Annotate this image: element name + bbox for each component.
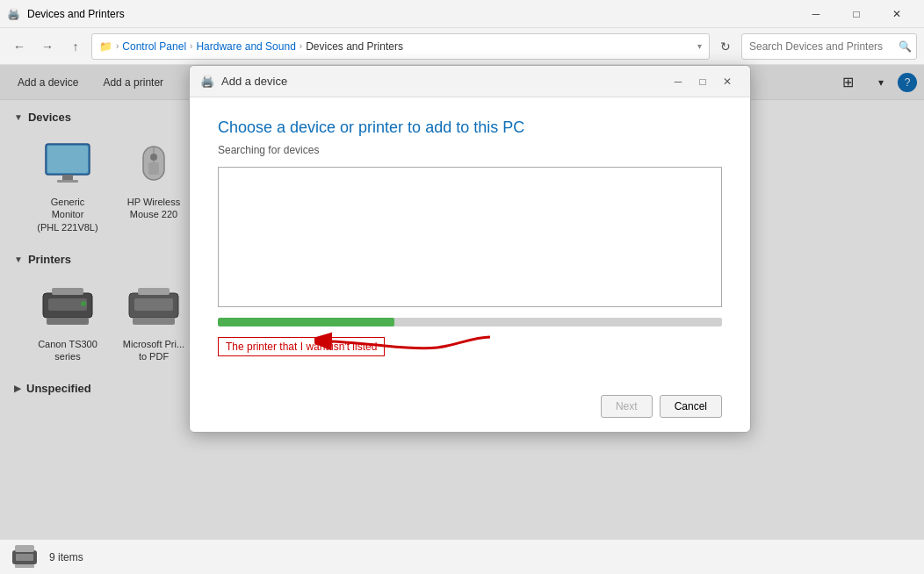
search-box-wrap: 🔍 [741,33,917,60]
modal-maximize-button[interactable]: □ [690,69,715,94]
svg-rect-20 [15,545,34,552]
modal-titlebar: 🖨️ Add a device ─ □ ✕ [190,66,750,97]
up-button[interactable]: ↑ [63,34,88,59]
svg-rect-21 [15,564,34,568]
breadcrumb-icon: 📁 [99,40,112,53]
modal-body: Choose a device or printer to add to thi… [190,97,750,388]
status-bar: 9 items [0,539,924,574]
search-input[interactable] [741,33,917,60]
device-list-box [218,167,722,307]
item-count: 9 items [49,551,83,563]
printer-not-listed-container: The printer that I want isn't listed [218,337,722,363]
back-button[interactable]: ← [7,34,32,59]
add-device-modal: 🖨️ Add a device ─ □ ✕ Choose a device or… [189,65,751,433]
breadcrumb-dropdown-arrow[interactable]: ▾ [697,41,702,51]
svg-rect-19 [16,554,33,561]
modal-close-button[interactable]: ✕ [715,69,740,94]
breadcrumb: 📁 › Control Panel › Hardware and Sound ›… [91,33,710,60]
breadcrumb-hardware-sound[interactable]: Hardware and Sound [196,40,295,53]
modal-minimize-button[interactable]: ─ [666,69,690,94]
cancel-button[interactable]: Cancel [660,395,722,418]
modal-controls: ─ □ ✕ [666,69,740,94]
modal-heading: Choose a device or printer to add to thi… [218,118,722,137]
title-bar-controls: ─ □ ✕ [796,0,917,28]
breadcrumb-sep-2: › [190,41,192,51]
status-printer-icon [11,542,39,572]
window-title: Devices and Printers [27,8,125,20]
modal-icon: 🖨️ [200,75,214,88]
modal-subtext: Searching for devices [218,144,722,156]
red-arrow-annotation [314,319,508,358]
modal-title-text: Add a device [221,75,287,88]
close-button[interactable]: ✕ [877,0,917,28]
refresh-button[interactable]: ↻ [713,34,738,59]
breadcrumb-sep-1: › [116,41,119,51]
title-bar-left: 🖨️ Devices and Printers [7,8,125,20]
title-bar: 🖨️ Devices and Printers ─ □ ✕ [0,0,924,28]
next-button[interactable]: Next [601,395,653,418]
maximize-button[interactable]: □ [836,0,877,28]
window-icon: 🖨️ [7,8,20,20]
breadcrumb-sep-3: › [300,41,302,51]
modal-footer: Next Cancel [190,388,750,432]
address-bar: ← → ↑ 📁 › Control Panel › Hardware and S… [0,28,924,65]
breadcrumb-devices-printers: Devices and Printers [306,40,403,53]
forward-button[interactable]: → [35,34,60,59]
minimize-button[interactable]: ─ [796,0,836,28]
breadcrumb-control-panel[interactable]: Control Panel [122,40,186,53]
modal-title-left: 🖨️ Add a device [200,75,287,88]
